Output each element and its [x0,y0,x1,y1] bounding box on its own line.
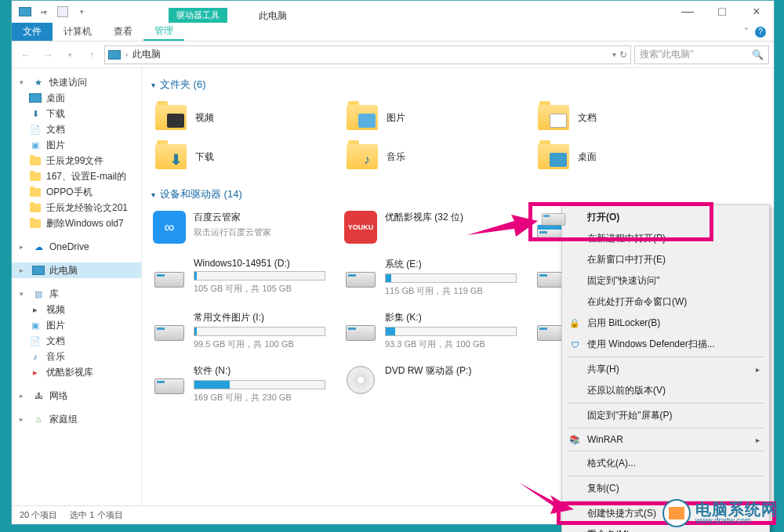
ctx-restore-version[interactable]: 还原以前的版本(V) [564,380,768,401]
drive-icon [344,311,377,341]
sidebar-lib-youku[interactable]: ▸优酷影视库 [12,364,141,380]
sidebar: ▾★快速访问 桌面 ⬇下载 📄文档 ▣图片 壬辰龙99文件 167、设置E-ma… [12,68,142,505]
ribbon: 文件 计算机 查看 管理 ˅ ? [12,23,774,42]
sidebar-network[interactable]: ▸🖧网络 [12,388,141,404]
drive-usage-bar [194,271,325,280]
tab-view[interactable]: 查看 [103,23,143,41]
window-title: 此电脑 [259,9,287,23]
drive-item[interactable]: 软件 (N:) 169 GB 可用，共 230 GB [151,363,327,405]
folder-pictures[interactable]: 图片 [343,100,518,136]
address-dropdown-icon[interactable]: ▾ [612,50,616,59]
folder-videos[interactable]: 视频 [151,100,327,136]
sidebar-lib-music[interactable]: ♪音乐 [12,349,141,364]
drive-free-text: 99.5 GB 可用，共 100 GB [194,338,325,350]
qat-dropdown-icon[interactable]: ▾ [73,3,90,20]
maximize-button[interactable]: □ [705,1,739,23]
breadcrumb-item[interactable]: 此电脑 [132,48,161,61]
address-input[interactable]: › 此电脑 ▾ ↻ [104,45,631,64]
folder-downloads[interactable]: ⬇下载 [151,139,327,175]
drive-usage-bar [385,327,517,336]
search-input[interactable]: 搜索"此电脑" 🔍 [634,45,769,64]
sidebar-pictures[interactable]: ▣图片 [12,137,141,153]
app-youku[interactable]: YOUKU 优酷影视库 (32 位) [343,209,518,245]
drive-icon [539,212,559,226]
ctx-format[interactable]: 格式化(A)... [564,453,768,474]
sidebar-lib-documents[interactable]: 📄文档 [12,333,141,349]
sidebar-documents[interactable]: 📄文档 [12,121,141,137]
ctx-open-new-window[interactable]: 在新窗口中打开(E) [564,249,768,270]
ctx-create-shortcut[interactable]: 创建快捷方式(S) [564,503,768,524]
breadcrumb-chevron-icon[interactable]: › [125,50,128,59]
folder-desktop[interactable]: 桌面 [534,139,710,175]
ctx-pin-start[interactable]: 固定到"开始"屏幕(P) [564,405,768,426]
baidu-icon: ∞ [153,211,186,244]
sidebar-libraries[interactable]: ▾▥库 [12,286,141,302]
app-baidu[interactable]: ∞ 百度云管家双击运行百度云管家 [151,209,327,245]
ctx-defender[interactable]: 🛡使用 Windows Defender扫描... [564,334,768,355]
sidebar-label: 快速访问 [49,76,87,89]
help-icon[interactable]: ? [755,27,766,38]
submenu-arrow-icon: ▸ [756,365,760,374]
search-icon[interactable]: 🔍 [752,49,764,60]
sidebar-homegroup[interactable]: ▸⌂家庭组 [12,411,141,427]
ribbon-context-label: 驱动器工具 [169,8,227,23]
drive-icon [153,311,186,341]
sidebar-onedrive[interactable]: ▸☁OneDrive [12,239,141,255]
context-menu: 打开(O) 在新进程中打开(P) 在新窗口中打开(E) 固定到"快速访问" 在此… [561,204,770,532]
status-item-count: 20 个项目 [20,509,57,521]
sidebar-downloads[interactable]: ⬇下载 [12,106,141,121]
folder-music[interactable]: ♪音乐 [343,139,518,175]
drive-icon [153,258,186,288]
sidebar-folder-2[interactable]: 167、设置E-mail的 [12,168,141,184]
sidebar-folder-3[interactable]: OPPO手机 [12,184,141,200]
back-button[interactable]: ← [16,45,35,64]
ctx-share[interactable]: 共享(H)▸ [564,359,768,380]
ctx-rename[interactable]: 重命名(M) [564,524,768,532]
qat-item[interactable]: ▪▾ [35,3,53,20]
ctx-pin-quick-access[interactable]: 固定到"快速访问" [564,270,768,291]
drive-free-text: 115 GB 可用，共 119 GB [385,285,517,297]
collapse-ribbon-icon[interactable]: ˅ [744,27,749,38]
ctx-copy[interactable]: 复制(C) [564,478,768,499]
ctx-cmd-here[interactable]: 在此处打开命令窗口(W) [564,291,768,313]
system-menu-icon[interactable] [16,3,34,20]
close-button[interactable]: × [739,1,774,23]
drive-item[interactable]: Windows10-14951 (D:) 105 GB 可用，共 105 GB [151,256,327,299]
ctx-open[interactable]: 打开(O) [564,207,768,228]
drive-dvd[interactable]: DVD RW 驱动器 (P:) [343,363,518,405]
ctx-winrar[interactable]: 📚WinRAR▸ [564,430,768,449]
ctx-bitlocker[interactable]: 🔒启用 BitLocker(B) [564,313,768,334]
youku-icon: YOUKU [344,211,377,244]
drive-label: 系统 (E:) [385,258,517,271]
recent-dropdown[interactable]: ▾ [60,45,79,64]
tab-manage[interactable]: 管理 [143,23,184,41]
status-selection: 选中 1 个项目 [70,509,122,521]
sidebar-lib-pictures[interactable]: ▣图片 [12,317,141,333]
sidebar-this-pc[interactable]: ▸此电脑 [12,262,141,278]
sidebar-quick-access[interactable]: ▾★快速访问 [12,74,141,90]
qat-properties-icon[interactable] [54,3,71,20]
section-folders-header[interactable]: ▾文件夹 (6) [151,78,764,92]
sidebar-desktop[interactable]: 桌面 [12,90,141,106]
drive-label: 影集 (K:) [385,311,517,324]
section-drives-header[interactable]: ▾设备和驱动器 (14) [151,187,764,201]
drive-usage-bar [194,327,325,336]
forward-button[interactable]: → [38,45,57,64]
folder-documents[interactable]: 文档 [534,100,710,136]
drive-label: Windows10-14951 (D:) [194,258,325,269]
sidebar-folder-1[interactable]: 壬辰龙99文件 [12,153,141,168]
bitlocker-icon: 🔒 [568,317,581,330]
sidebar-folder-5[interactable]: 删除Windows old7 [12,215,141,231]
sidebar-folder-4[interactable]: 壬辰龙经验论文201 [12,200,141,215]
sidebar-lib-video[interactable]: ▸视频 [12,302,141,317]
minimize-button[interactable]: — [670,1,705,23]
refresh-icon[interactable]: ↻ [619,49,627,60]
ctx-open-new-process[interactable]: 在新进程中打开(P) [564,228,768,249]
tab-computer[interactable]: 计算机 [53,23,103,41]
up-button[interactable]: ↑ [82,45,101,64]
drive-item[interactable]: 系统 (E:) 115 GB 可用，共 119 GB [343,256,518,299]
submenu-arrow-icon: ▸ [756,436,760,444]
tab-file[interactable]: 文件 [12,23,53,41]
drive-item[interactable]: 影集 (K:) 93.3 GB 可用，共 100 GB [343,309,518,352]
drive-item[interactable]: 常用文件图片 (I:) 99.5 GB 可用，共 100 GB [151,309,327,352]
